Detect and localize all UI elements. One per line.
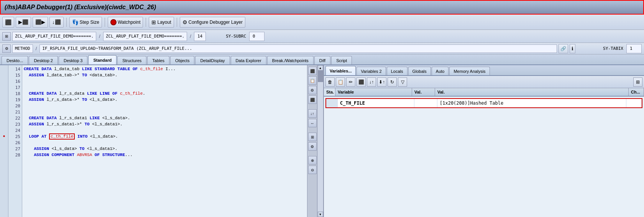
tab-structures[interactable]: Structures [117, 56, 146, 64]
sys-val2: 1 [626, 44, 642, 53]
nav-btn-graph[interactable]: 🔗 [559, 44, 568, 53]
code-line-15: ASSIGN l_data_tab->* TO <data_tab>. [24, 72, 315, 78]
nav-method-path: IF_RSPLFA_FILE_UPLOAD~TRANSFORM_DATA (ZC… [39, 44, 557, 53]
code-side-btn-5[interactable]: ↓↑ [308, 109, 317, 118]
code-line-27: ASSIGN <l_s_data> TO <l_s_data1>. [24, 146, 315, 152]
vars-btn-red[interactable]: ⬛ [356, 77, 366, 87]
vars-btn-filter[interactable]: ⬇↑ [377, 77, 386, 87]
vars-btn-sort[interactable]: ↓↑ [367, 77, 376, 87]
nav-sep2: / [189, 33, 192, 39]
tab-standard[interactable]: Standard [88, 55, 117, 64]
var-tab-variables2[interactable]: Variables 2 [356, 67, 386, 75]
code-line-24 [24, 127, 315, 133]
vars-btn-expand[interactable]: ⊞ [633, 77, 642, 87]
tab-desktop2[interactable]: Desktop 2 [29, 56, 58, 64]
vars-btn-refresh[interactable]: ↻ [388, 77, 397, 87]
line-num-14: 14 [8, 66, 22, 72]
line-num-22: 22 [8, 115, 22, 121]
gutter-row [0, 102, 8, 108]
gutter-row [0, 71, 8, 77]
gutter-row [0, 145, 8, 151]
line-num-21: 21 [8, 109, 22, 115]
line-num-19: 19 [8, 97, 22, 103]
scroll-thumb[interactable] [318, 71, 323, 82]
var-tab-globals[interactable]: Globals [408, 67, 431, 75]
code-scrollbar[interactable]: ▲ ▼ [317, 65, 323, 217]
nav-line-num: 14 [194, 32, 206, 41]
code-side-btn-8[interactable]: ⚙ [308, 142, 317, 151]
nav-btn-info[interactable]: ℹ [570, 44, 575, 53]
nav-icon-settings[interactable]: ⚙ [2, 44, 11, 53]
toolbar-sep-2 [105, 18, 105, 27]
nav-bar-2: ⚙ METHOD / IF_RSPLFA_FILE_UPLOAD~TRANSFO… [0, 43, 644, 54]
configure-button[interactable]: ⚙ Configure Debugger Layer [180, 17, 245, 28]
step-size-button[interactable]: 👣 Step Size [69, 17, 102, 28]
line-num-20: 20 [8, 103, 22, 109]
vars-btn-filter2[interactable]: ▽ [398, 77, 407, 87]
vars-btn-copy[interactable]: 📋 [336, 77, 345, 87]
var-tab-locals[interactable]: Locals [387, 67, 407, 75]
vars-btn-delete[interactable]: 🗑 [325, 77, 335, 87]
gutter-row [0, 151, 8, 157]
vars-tabs: Variables... Variables 2 Locals Globals … [324, 65, 644, 76]
line-numbers: 14 15 16 17 18 19 20 21 22 23 24 25 26 2… [8, 65, 22, 217]
nav-bar-1: ⊞ ZCL_ARUP_FLAT_FILE_DEMO=======. / ZCL_… [0, 30, 644, 43]
var-tab-auto[interactable]: Auto [432, 67, 449, 75]
vars-col-variable: Variable [335, 88, 412, 96]
scroll-down-btn[interactable]: ▼ [318, 212, 323, 217]
watchpoint-button[interactable]: Watchpoint [108, 17, 143, 28]
tab-dataexplorer[interactable]: Data Explorer [231, 56, 266, 64]
vars-col-change: Ch... [629, 88, 644, 96]
code-side-btn-9[interactable]: ⊕ [308, 156, 317, 164]
vars-cell-variable: C_TH_FILE [338, 99, 414, 107]
code-line-17 [24, 84, 315, 90]
line-num-16: 16 [8, 78, 22, 84]
tab-desktop3[interactable]: Desktop 3 [59, 56, 88, 64]
sys-label1: SY-SUBRC [224, 34, 248, 39]
vars-btn-edit[interactable]: ✏ [346, 77, 355, 87]
step-icon-4[interactable]: ↓⬛ [49, 17, 64, 28]
var-tab-variables[interactable]: Variables... [325, 66, 356, 75]
tab-detaildisplay[interactable]: DetailDisplay [195, 56, 230, 64]
nav-sep1: / [98, 33, 102, 39]
code-side-btn-6[interactable]: ↔ [308, 119, 317, 127]
code-side-btn-3[interactable]: ⚙ [308, 86, 317, 94]
code-line-25: LOOP AT c_th_file INTO <l_s_data>. [24, 133, 315, 140]
var-tab-memory[interactable]: Memory Analysis [449, 67, 490, 75]
vars-cell-status [326, 99, 338, 107]
gutter-row [0, 120, 8, 127]
line-num-27: 27 [8, 146, 22, 152]
vars-toolbar: 🗑 📋 ✏ ⬛ ↓↑ ⬇↑ ↻ ▽ ⊞ [324, 76, 644, 88]
toolbar-sep-3 [146, 18, 146, 27]
line-num-15: 15 [8, 72, 22, 78]
toolbar-sep-4 [177, 18, 177, 27]
layout-button[interactable]: ⊞ Layout [149, 17, 174, 28]
step-icon-3[interactable]: ⬛▶ [33, 17, 48, 28]
step-icon-2[interactable]: ▶⬛ [16, 17, 31, 28]
line-num-25: 25 [8, 133, 22, 140]
code-line-22: CREATE DATA l_r_s_data1 LIKE <l_s_data>. [24, 115, 315, 121]
code-side-btn-4[interactable]: ⬛ [308, 95, 317, 104]
gutter-row [0, 108, 8, 114]
tab-desktop1[interactable]: Desktо... [2, 56, 28, 64]
code-side-btn-1[interactable]: ⬛ [308, 67, 317, 75]
code-side-btn-2[interactable]: 📋 [308, 76, 317, 85]
tab-objects[interactable]: Objects [170, 56, 194, 64]
main-tabs-bar: Desktо... Desktop 2 Desktop 3 Standard S… [0, 54, 644, 65]
sys-val1: 0 [249, 32, 264, 41]
nav-icon-left[interactable]: ⊞ [2, 32, 11, 41]
breakpoint-row: ● [0, 133, 8, 139]
code-line-20 [24, 103, 315, 109]
line-num-26: 26 [8, 140, 22, 146]
code-side-btn-7[interactable]: ⊞ [308, 133, 317, 141]
breakpoint-highlight: c_th_file [49, 133, 75, 140]
title-text: (/hs)ABAP Debugger(1) (Exclusive)(ciwdc_… [5, 4, 156, 11]
step-icon-1[interactable]: ⬛ [2, 17, 14, 28]
code-line-14: CREATE DATA l_data_tab LIKE STANDARD TAB… [24, 66, 315, 72]
tab-script[interactable]: Script [331, 56, 352, 64]
scroll-up-btn[interactable]: ▲ [318, 65, 323, 71]
tab-breakwatchpoints[interactable]: Break./Watchpoints [267, 56, 314, 64]
code-side-btn-10[interactable]: ⊖ [308, 166, 317, 174]
tab-tables[interactable]: Tables [147, 56, 169, 64]
tab-diff[interactable]: Diff [314, 56, 330, 64]
